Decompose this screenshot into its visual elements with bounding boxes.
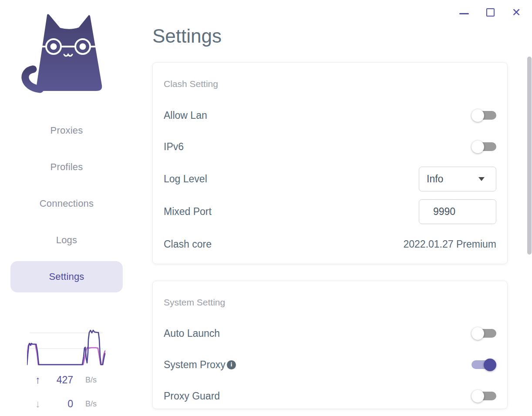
- page-title: Settings: [152, 25, 222, 47]
- sidebar-item-logs[interactable]: Logs: [10, 231, 123, 249]
- row-label: Mixed Port: [164, 206, 212, 218]
- clash-cat-logo: [20, 11, 103, 95]
- chevron-down-icon: [478, 177, 485, 181]
- sidebar-item-proxies[interactable]: Proxies: [10, 122, 123, 139]
- info-icon[interactable]: i: [227, 360, 236, 369]
- cat-eye-right: [80, 44, 86, 50]
- download-speed-row: ↓ 0 B/s: [27, 397, 105, 410]
- mixed-port-input[interactable]: [419, 199, 496, 224]
- ipv6-toggle[interactable]: [471, 141, 496, 153]
- sidebar-item-settings[interactable]: Settings: [10, 261, 123, 292]
- ipv6-row: IPv6: [164, 131, 496, 162]
- toggle-knob: [471, 390, 484, 403]
- cat-body: [37, 14, 102, 91]
- proxy-guard-toggle[interactable]: [471, 390, 496, 403]
- auto-launch-row: Auto Launch: [164, 318, 496, 349]
- close-icon: ✕: [512, 7, 521, 18]
- toggle-knob: [471, 141, 484, 153]
- row-label: Allow Lan: [164, 110, 207, 121]
- toggle-knob: [484, 359, 496, 371]
- row-label: System Proxy i: [164, 359, 236, 371]
- scrollbar-thumb[interactable]: [527, 57, 532, 255]
- row-label-text: System Proxy: [164, 359, 226, 371]
- upload-speed-row: ↑ 427 B/s: [27, 373, 105, 386]
- download-speed-value: 0: [44, 398, 73, 410]
- upload-speed-unit: B/s: [85, 376, 104, 385]
- row-label: Proxy Guard: [164, 390, 220, 402]
- nav-label: Logs: [56, 235, 77, 246]
- download-speed-unit: B/s: [85, 399, 104, 409]
- upload-speed-value: 427: [44, 374, 73, 386]
- allow-lan-row: Allow Lan: [164, 100, 496, 131]
- close-button[interactable]: ✕: [508, 3, 524, 21]
- minimize-icon: [459, 13, 469, 14]
- card-header: System Setting: [164, 297, 225, 308]
- row-label: Clash core: [164, 238, 212, 250]
- nav-label: Proxies: [51, 125, 83, 136]
- system-setting-card: System Setting Auto Launch System Proxy …: [152, 281, 508, 409]
- window-controls: ✕: [456, 3, 524, 21]
- upload-arrow-icon: ↑: [32, 374, 44, 386]
- mixed-port-row: Mixed Port: [164, 196, 496, 227]
- nav-label: Profiles: [51, 161, 83, 173]
- minimize-button[interactable]: [456, 3, 472, 21]
- row-label: Auto Launch: [164, 328, 220, 339]
- toggle-knob: [471, 109, 484, 122]
- log-level-select[interactable]: Info: [419, 167, 496, 191]
- row-label: Log Level: [164, 173, 207, 185]
- sidebar-item-profiles[interactable]: Profiles: [10, 158, 123, 176]
- row-label: IPv6: [164, 141, 184, 153]
- download-arrow-icon: ↓: [32, 398, 44, 410]
- clash-core-version: 2022.01.27 Premium: [403, 238, 496, 250]
- proxy-guard-row: Proxy Guard: [164, 380, 496, 412]
- nav-label: Settings: [49, 271, 84, 282]
- maximize-button[interactable]: [482, 3, 498, 21]
- auto-launch-toggle[interactable]: [471, 327, 496, 340]
- traffic-chart: [27, 326, 105, 366]
- card-header: Clash Setting: [164, 79, 218, 89]
- nav-label: Connections: [40, 198, 94, 209]
- log-level-row: Log Level Info: [164, 163, 496, 195]
- sidebar-item-connections[interactable]: Connections: [10, 195, 123, 212]
- clash-setting-card: Clash Setting Allow Lan IPv6 Log Level I…: [152, 62, 508, 264]
- clash-core-row: Clash core 2022.01.27 Premium: [164, 228, 496, 260]
- select-value: Info: [427, 173, 443, 185]
- system-proxy-row: System Proxy i: [164, 349, 496, 380]
- cat-eye-left: [51, 44, 57, 50]
- maximize-icon: [486, 8, 495, 17]
- allow-lan-toggle[interactable]: [471, 109, 496, 122]
- toggle-knob: [471, 327, 484, 340]
- system-proxy-toggle[interactable]: [471, 359, 496, 371]
